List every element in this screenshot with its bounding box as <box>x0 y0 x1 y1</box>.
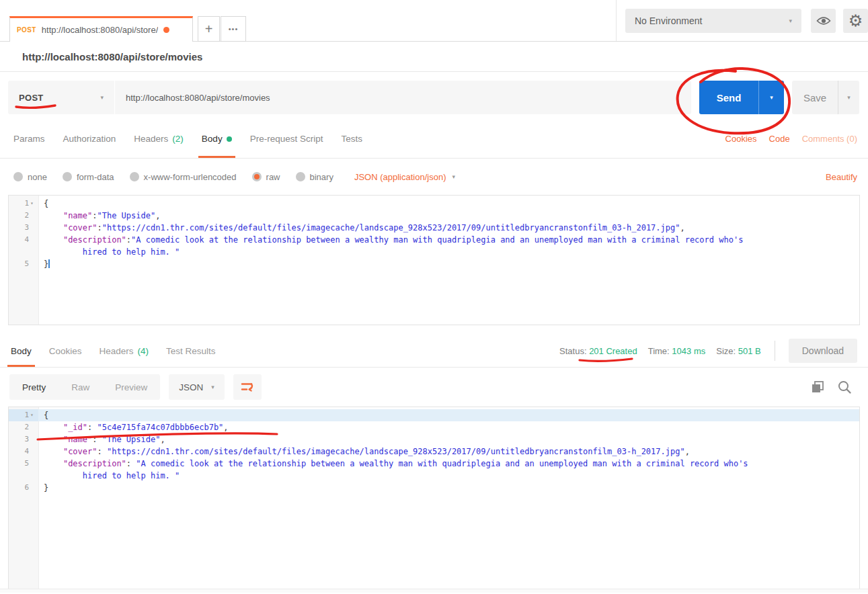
tab-authorization-label: Authorization <box>63 134 116 144</box>
tab-authorization[interactable]: Authorization <box>63 120 116 158</box>
radio-icon <box>130 172 139 181</box>
tab-pre-request-script[interactable]: Pre-request Script <box>250 120 323 158</box>
view-raw[interactable]: Raw <box>58 374 102 400</box>
response-tab-headers-label: Headers <box>100 346 134 356</box>
method-select[interactable]: POST <box>8 81 114 114</box>
mode-none[interactable]: none <box>13 172 47 182</box>
chevron-down-icon <box>100 94 104 101</box>
mode-form-data-label: form-data <box>77 172 114 182</box>
wrap-lines-button[interactable] <box>233 374 262 400</box>
status-badge: 201 Created <box>589 346 637 356</box>
response-tab-body[interactable]: Body <box>11 335 32 367</box>
environment-label: No Environment <box>635 15 702 26</box>
beautify-link[interactable]: Beautify <box>826 172 857 182</box>
environment-preview-button[interactable] <box>811 9 836 33</box>
request-links: Cookies Code Comments (0) <box>725 134 857 144</box>
text-cursor <box>48 259 50 268</box>
chevron-down-icon <box>789 17 792 24</box>
chevron-down-icon <box>452 173 455 180</box>
request-tab-active[interactable]: POST http://localhost:8080/api/store/ <box>9 16 193 42</box>
content-type-label: JSON (application/json) <box>354 172 446 182</box>
cookies-link[interactable]: Cookies <box>725 134 757 144</box>
tab-params-label: Params <box>13 134 45 144</box>
status-pair: Status: 201 Created <box>559 346 637 356</box>
time-value: 1043 ms <box>672 346 705 356</box>
eye-icon <box>816 15 831 26</box>
mode-none-label: none <box>28 172 47 182</box>
unsaved-dot-icon <box>163 27 169 33</box>
size-pair: Size: 501 B <box>716 346 761 356</box>
response-headers-count-badge: (4) <box>138 346 149 356</box>
copy-icon[interactable] <box>810 380 825 394</box>
new-tab-button[interactable]: + <box>198 16 220 42</box>
radio-icon <box>63 172 72 181</box>
view-preview[interactable]: Preview <box>102 374 160 400</box>
code-link[interactable]: Code <box>769 134 790 144</box>
tab-headers[interactable]: Headers (2) <box>134 120 184 158</box>
body-has-content-dot <box>227 136 232 142</box>
mode-form-data[interactable]: form-data <box>63 172 114 182</box>
code-line: 3 "name": "The Upside", <box>9 433 859 446</box>
tab-tests[interactable]: Tests <box>341 120 362 158</box>
view-pretty[interactable]: Pretty <box>9 374 58 400</box>
comments-link[interactable]: Comments (0) <box>802 134 857 144</box>
tab-headers-label: Headers <box>134 134 168 144</box>
save-button[interactable]: Save <box>792 81 859 114</box>
request-tabs: Params Authorization Headers (2) Body Pr… <box>0 114 868 159</box>
code-line: 4 "description":"A comedic look at the r… <box>9 234 859 246</box>
mode-raw-label: raw <box>266 172 280 182</box>
chevron-down-icon <box>211 384 214 390</box>
fold-caret-icon[interactable]: ▾ <box>30 409 36 421</box>
search-icon[interactable] <box>837 380 852 394</box>
send-options-button[interactable] <box>758 81 784 114</box>
mode-binary[interactable]: binary <box>296 172 333 182</box>
page-title: http://localhost:8080/api/store/movies <box>22 51 202 62</box>
code-line: hired to help him. " <box>9 470 859 482</box>
time-label: Time: <box>648 346 670 356</box>
mode-urlencoded[interactable]: x-www-form-urlencoded <box>130 172 237 182</box>
postman-window: POST http://localhost:8080/api/store/ + … <box>0 0 868 594</box>
wrap-text-icon <box>241 381 253 393</box>
bottom-strip <box>0 589 868 593</box>
tab-bar: POST http://localhost:8080/api/store/ + … <box>0 0 868 42</box>
headers-count-badge: (2) <box>172 134 184 144</box>
radio-icon <box>296 172 305 181</box>
response-tab-cookies-label: Cookies <box>49 346 82 356</box>
mode-raw[interactable]: raw <box>252 172 280 182</box>
response-meta: Status: 201 Created Time: 1043 ms Size: … <box>559 339 857 363</box>
response-tab-body-label: Body <box>11 346 32 356</box>
response-toolbar: Pretty Raw Preview JSON <box>0 368 868 407</box>
code-line: 3 "cover":"https://cdn1.thr.com/sites/de… <box>9 222 859 234</box>
url-field-box <box>115 81 691 114</box>
fold-caret-icon[interactable]: ▾ <box>30 198 36 210</box>
tab-method-badge: POST <box>17 26 36 34</box>
response-tab-test-results[interactable]: Test Results <box>166 335 216 367</box>
tab-options-button[interactable]: ••• <box>221 16 246 42</box>
url-input[interactable] <box>115 93 691 103</box>
response-tab-cookies[interactable]: Cookies <box>49 335 82 367</box>
environment-select[interactable]: No Environment <box>625 9 801 33</box>
tab-params[interactable]: Params <box>13 120 45 158</box>
download-button[interactable]: Download <box>789 339 857 363</box>
response-tab-headers[interactable]: Headers (4) <box>100 335 149 367</box>
response-format-select[interactable]: JSON <box>169 374 225 400</box>
tab-tests-label: Tests <box>341 134 362 144</box>
save-options-button[interactable] <box>838 81 859 114</box>
chevron-down-icon <box>770 94 773 101</box>
send-button[interactable]: Send <box>699 81 784 114</box>
content-type-select[interactable]: JSON (application/json) <box>354 172 455 182</box>
code-line: hired to help him. " <box>9 246 859 258</box>
method-label: POST <box>19 93 44 103</box>
request-body-editor[interactable]: 1▾{2 "name":"The Upside",3 "cover":"http… <box>8 195 860 325</box>
code-line: 4 "cover": "https://cdn1.thr.com/sites/d… <box>9 446 859 458</box>
tab-body[interactable]: Body <box>202 120 232 158</box>
send-button-label: Send <box>699 81 758 114</box>
settings-button[interactable]: ⚙ <box>843 9 868 33</box>
radio-selected-icon <box>252 172 262 181</box>
code-line: 1▾{ <box>9 198 859 210</box>
gear-icon: ⚙ <box>849 13 863 29</box>
response-view-group: Pretty Raw Preview <box>9 374 160 400</box>
response-body-editor[interactable]: 1▾{2 "_id": "5c4e715fa74c07dbbb6ecb7b",3… <box>8 407 860 589</box>
chevron-down-icon <box>847 94 851 101</box>
tab-url-label: http://localhost:8080/api/store/ <box>42 25 158 35</box>
